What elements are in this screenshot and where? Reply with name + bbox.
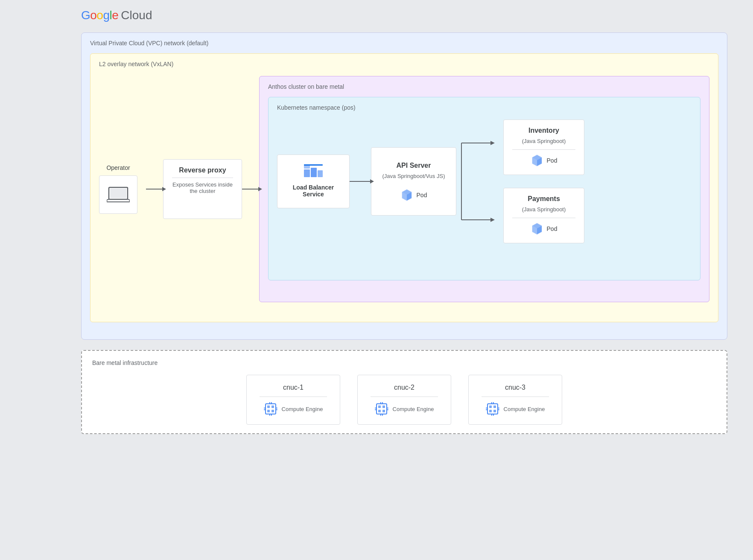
cnuc3-title: cnuc-3 bbox=[482, 384, 549, 397]
svg-marker-14 bbox=[490, 141, 495, 145]
svg-rect-3 bbox=[304, 169, 310, 177]
svg-rect-31 bbox=[269, 402, 270, 404]
svg-rect-64 bbox=[498, 409, 499, 410]
cnuc2-engine-row: Compute Engine bbox=[371, 402, 438, 416]
logo-e: e bbox=[112, 9, 118, 22]
svg-rect-27 bbox=[267, 405, 270, 408]
compute-engine-icon-2 bbox=[375, 402, 388, 416]
bare-metal-label: Bare metal infrastructure bbox=[92, 359, 716, 366]
svg-rect-7 bbox=[304, 164, 323, 166]
cnuc3-engine-label: Compute Engine bbox=[504, 406, 545, 412]
compute-node-3: cnuc-3 bbox=[468, 375, 562, 425]
svg-rect-4 bbox=[304, 165, 310, 169]
inventory-box: Inventory (Java Springboot) bbox=[503, 120, 584, 175]
logo-g2: g bbox=[103, 9, 109, 22]
l2-label: L2 overlay network (VxLAN) bbox=[99, 61, 709, 67]
svg-rect-53 bbox=[489, 405, 492, 408]
api-pod-row: Pod bbox=[400, 189, 427, 201]
k8s-label: Kubernetes namespace (pos) bbox=[277, 104, 692, 111]
inventory-title: Inventory bbox=[512, 127, 575, 134]
compute-nodes: cnuc-1 bbox=[92, 375, 716, 425]
lb-title: Load Balancer Service bbox=[286, 184, 341, 198]
cnuc2-engine-label: Compute Engine bbox=[393, 406, 434, 412]
google-logo: Google bbox=[81, 9, 118, 22]
lb-to-api-arrow bbox=[350, 181, 371, 182]
api-server-box: API Server (Java Springboot/Vus JS) bbox=[371, 147, 456, 216]
api-pod-label: Pod bbox=[417, 192, 427, 198]
svg-rect-61 bbox=[486, 408, 487, 408]
svg-rect-52 bbox=[487, 404, 498, 414]
svg-rect-39 bbox=[376, 404, 387, 414]
k8s-flow: Load Balancer Service API Server (Java S… bbox=[277, 120, 692, 243]
svg-rect-41 bbox=[382, 405, 385, 408]
l2-container: L2 overlay network (VxLAN) Operator bbox=[90, 53, 718, 322]
operator-section: Operator bbox=[99, 164, 137, 214]
operator-box bbox=[99, 175, 137, 214]
svg-marker-17 bbox=[490, 218, 495, 222]
k8s-container: Kubernetes namespace (pos) bbox=[268, 97, 700, 280]
inventory-subtitle: (Java Springboot) bbox=[512, 138, 575, 144]
api-server-title: API Server bbox=[397, 162, 431, 169]
logo-g: G bbox=[81, 9, 90, 22]
laptop-icon bbox=[107, 186, 130, 204]
svg-rect-44 bbox=[380, 402, 381, 404]
inventory-pod-row: Pod bbox=[512, 154, 575, 167]
proxy-to-lb-arrow bbox=[242, 189, 259, 190]
svg-rect-37 bbox=[276, 408, 277, 408]
svg-rect-47 bbox=[382, 414, 383, 416]
payments-box: Payments (Java Springboot) bbox=[503, 188, 584, 243]
svg-rect-33 bbox=[269, 414, 270, 416]
svg-rect-50 bbox=[387, 408, 388, 408]
payments-pod-icon bbox=[531, 222, 543, 235]
svg-rect-26 bbox=[266, 404, 276, 414]
inventory-pod-icon bbox=[531, 154, 543, 167]
cnuc3-engine-row: Compute Engine bbox=[482, 402, 549, 416]
right-side-boxes: Inventory (Java Springboot) bbox=[503, 120, 584, 243]
vpc-label: Virtual Private Cloud (VPC) network (def… bbox=[90, 40, 718, 47]
page: Google Cloud Virtual Private Cloud (VPC)… bbox=[0, 0, 753, 443]
payments-title: Payments bbox=[512, 195, 575, 203]
svg-rect-40 bbox=[378, 405, 381, 408]
reverse-proxy-box: Reverse proxy Exposes Services inside th… bbox=[163, 159, 242, 219]
api-server-subtitle: (Java Springboot/Vus JS) bbox=[382, 173, 445, 179]
svg-rect-34 bbox=[271, 414, 272, 416]
arrow-head-2 bbox=[258, 187, 262, 191]
svg-rect-54 bbox=[493, 405, 496, 408]
svg-rect-56 bbox=[493, 410, 496, 412]
arrow-head bbox=[162, 187, 166, 191]
logo-cloud: Cloud bbox=[121, 9, 152, 22]
arrow-line bbox=[146, 189, 163, 190]
operator-to-proxy-arrow bbox=[146, 189, 163, 190]
svg-rect-36 bbox=[264, 409, 266, 410]
svg-rect-6 bbox=[318, 170, 323, 177]
lb-service-box: Load Balancer Service bbox=[277, 155, 350, 208]
compute-engine-icon-3 bbox=[486, 402, 499, 416]
svg-rect-51 bbox=[387, 409, 388, 410]
svg-rect-32 bbox=[271, 402, 272, 404]
compute-node-1: cnuc-1 bbox=[246, 375, 340, 425]
svg-rect-29 bbox=[267, 410, 270, 412]
arrow-line-2 bbox=[242, 189, 259, 190]
payments-divider bbox=[512, 218, 575, 218]
compute-engine-icon-1 bbox=[264, 402, 277, 416]
api-pod-icon bbox=[400, 189, 413, 201]
lb-icon bbox=[302, 162, 324, 184]
payments-subtitle: (Java Springboot) bbox=[512, 206, 575, 213]
reverse-proxy-title: Reverse proxy bbox=[172, 166, 233, 174]
cnuc2-title: cnuc-2 bbox=[371, 384, 438, 397]
svg-rect-30 bbox=[271, 410, 274, 412]
svg-rect-45 bbox=[382, 402, 383, 404]
svg-rect-38 bbox=[276, 409, 277, 410]
svg-rect-1 bbox=[110, 189, 126, 198]
logo-o1: o bbox=[90, 9, 96, 22]
svg-rect-57 bbox=[491, 402, 492, 404]
cnuc1-engine-row: Compute Engine bbox=[260, 402, 327, 416]
svg-rect-62 bbox=[486, 409, 487, 410]
svg-rect-42 bbox=[378, 410, 381, 412]
branch-arrows-svg bbox=[461, 126, 495, 237]
compute-node-2: cnuc-2 bbox=[357, 375, 451, 425]
svg-rect-46 bbox=[380, 414, 381, 416]
logo: Google Cloud bbox=[13, 9, 740, 22]
reverse-proxy-subtitle: Exposes Services inside the cluster bbox=[172, 181, 233, 194]
anthos-label: Anthos cluster on bare metal bbox=[268, 83, 700, 90]
